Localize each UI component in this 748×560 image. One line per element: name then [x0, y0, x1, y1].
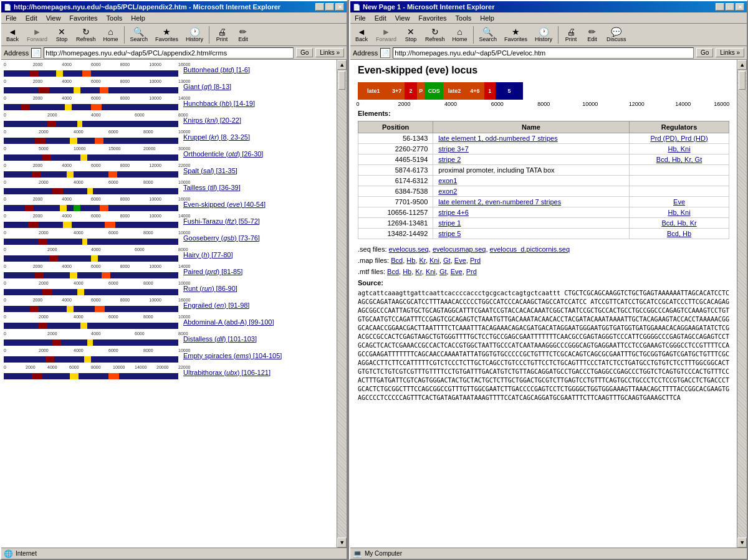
gene-link[interactable]: Runt (run) [86-90] [183, 285, 237, 292]
map-file-link[interactable]: Eve [454, 257, 466, 264]
regulator-link[interactable]: Eve [673, 198, 685, 206]
left-close-button[interactable]: ✕ [335, 3, 344, 11]
left-edit-button[interactable]: ✏ Edit [233, 26, 253, 44]
mtf-file-link[interactable]: Hb [403, 268, 411, 275]
left-forward-button[interactable]: ► Forward [24, 26, 50, 44]
left-go-button[interactable]: Go [296, 48, 313, 57]
seq-file-link[interactable]: evelocus.seq [389, 245, 429, 253]
right-refresh-button[interactable]: ↻ Refresh [422, 26, 448, 44]
gene-link[interactable]: Abdominal-A (abd-A) [99-100] [183, 318, 274, 326]
left-minimize-button[interactable]: _ [315, 3, 324, 11]
right-scroll-down-button[interactable]: ▼ [737, 538, 747, 548]
gene-link[interactable]: Tailless (tll) [36-39] [183, 184, 241, 191]
right-forward-button[interactable]: ► Forward [373, 26, 400, 44]
left-home-button[interactable]: ⌂ Home [100, 26, 122, 44]
regulator-link[interactable]: Bcd, Hb, Kr [661, 219, 696, 227]
gene-link[interactable]: Hunchback (hb) [14-19] [183, 100, 255, 107]
regulator-link[interactable]: Bcd, Hb, Kr, Gt [656, 156, 702, 163]
right-minimize-button[interactable]: _ [716, 3, 724, 11]
left-scroll-track[interactable] [337, 70, 347, 538]
left-search-button[interactable]: 🔍 Search [127, 26, 151, 44]
element-name-link[interactable]: late element 2, even-numbered 7 stripes [438, 198, 561, 206]
left-links-button[interactable]: Links » [315, 48, 344, 57]
element-name-link[interactable]: stripe 1 [438, 219, 461, 227]
right-back-button[interactable]: ◄ Back [352, 26, 372, 44]
regulator-link[interactable]: Hb, Kni [668, 209, 691, 216]
element-name-link[interactable]: stripe 5 [438, 230, 461, 237]
element-name-link[interactable]: stripe 2 [438, 156, 461, 163]
gene-link[interactable]: Spalt (sal) [31-35] [183, 167, 237, 174]
right-address-input[interactable] [393, 47, 694, 59]
left-menu-view[interactable]: View [44, 14, 63, 22]
right-menu-file[interactable]: File [353, 14, 368, 22]
regulator-link[interactable]: Hb, Kni [668, 145, 691, 153]
mtf-file-link[interactable]: Prd [466, 268, 477, 275]
right-print-button[interactable]: 🖨 Print [561, 26, 581, 44]
element-name-link[interactable]: exon2 [438, 187, 457, 195]
regulator-link[interactable]: Prd (PD), Prd (HD) [650, 135, 707, 142]
mtf-file-link[interactable]: Eve [451, 268, 463, 275]
gene-link[interactable]: Engrailed (en) [91-98] [183, 301, 249, 309]
gene-link[interactable]: Distalless (dll) [101-103] [183, 335, 257, 343]
right-discuss-button[interactable]: 💬 Discuss [603, 26, 630, 44]
map-file-link[interactable]: Bcd [391, 257, 403, 264]
regulator-link[interactable]: Bcd, Hb [667, 230, 691, 237]
right-menu-favorites[interactable]: Favorites [416, 14, 448, 22]
left-menu-tools[interactable]: Tools [105, 14, 125, 22]
mtf-file-link[interactable]: Bcd [387, 268, 399, 275]
right-go-button[interactable]: Go [696, 48, 713, 57]
map-file-link[interactable]: Hb [406, 257, 415, 264]
gene-link[interactable]: Ultrabithorax (ubx) [106-121] [183, 369, 271, 376]
map-file-link[interactable]: Kni [429, 257, 439, 264]
left-stop-button[interactable]: ✕ Stop [52, 26, 72, 44]
left-refresh-button[interactable]: ↻ Refresh [73, 26, 99, 44]
gene-link[interactable]: Knirps (kni) [20-22] [183, 116, 241, 124]
gene-link[interactable]: Gooseberry (gsb) [73-76] [183, 234, 260, 242]
right-search-button[interactable]: 🔍 Search [476, 26, 501, 44]
right-menu-help[interactable]: Help [478, 14, 496, 22]
left-scrollbar[interactable]: ▲ ▼ [337, 60, 347, 548]
element-name-link[interactable]: stripe 3+7 [438, 145, 469, 153]
right-history-button[interactable]: 🕐 History [532, 26, 555, 44]
right-links-button[interactable]: Links » [716, 48, 744, 57]
left-scroll-down-button[interactable]: ▼ [337, 538, 347, 548]
left-scroll-up-button[interactable]: ▲ [337, 60, 347, 70]
left-history-button[interactable]: 🕐 History [183, 26, 206, 44]
left-print-button[interactable]: 🖨 Print [212, 26, 232, 44]
element-name-link[interactable]: exon1 [438, 177, 457, 184]
left-menu-help[interactable]: Help [129, 14, 147, 22]
gene-link[interactable]: Fushi-Tarazu (ftz) [55-72] [183, 217, 260, 225]
left-favorites-button[interactable]: ★ Favorites [152, 26, 181, 44]
element-name-link[interactable]: late element 1, odd-numbered 7 stripes [438, 135, 557, 142]
left-back-button[interactable]: ◄ Back [2, 26, 22, 44]
right-menu-edit[interactable]: Edit [373, 14, 388, 22]
mtf-file-link[interactable]: Gt [439, 268, 447, 275]
right-menu-tools[interactable]: Tools [454, 14, 474, 22]
right-favorites-button[interactable]: ★ Favorites [501, 26, 530, 44]
right-maximize-button[interactable]: □ [726, 3, 734, 11]
mtf-file-link[interactable]: Kr [415, 268, 421, 275]
right-close-button[interactable]: ✕ [736, 3, 744, 11]
seq-file-link[interactable]: evelocus_d.picticornis.seq [490, 245, 570, 253]
left-menu-file[interactable]: File [4, 14, 19, 22]
right-stop-button[interactable]: ✕ Stop [401, 26, 421, 44]
left-scroll-thumb[interactable] [338, 71, 345, 90]
element-name-link[interactable]: stripe 4+6 [438, 209, 469, 216]
gene-link[interactable]: Giant (gt) [8-13] [183, 83, 231, 90]
gene-link[interactable]: Buttonhead (btd) [1-6] [183, 66, 250, 74]
left-menu-favorites[interactable]: Favorites [67, 14, 99, 22]
gene-link[interactable]: Empty spiracles (ems) [104-105] [183, 352, 282, 359]
map-file-link[interactable]: Gt [443, 257, 451, 264]
left-menu-edit[interactable]: Edit [24, 14, 39, 22]
right-menu-view[interactable]: View [393, 14, 412, 22]
right-edit-button[interactable]: ✏ Edit [582, 26, 602, 44]
right-scroll-up-button[interactable]: ▲ [737, 60, 747, 70]
right-scroll-thumb[interactable] [739, 71, 746, 90]
gene-link[interactable]: Paired (prd) [81-85] [183, 268, 242, 275]
right-scroll-track[interactable] [737, 70, 747, 538]
left-maximize-button[interactable]: □ [325, 3, 334, 11]
gene-link[interactable]: Even-skipped (eve) [40-54] [183, 201, 266, 208]
gene-link[interactable]: Kruppel (kr) [8, 23-25] [183, 133, 250, 141]
map-file-link[interactable]: Prd [470, 257, 481, 264]
seq-file-link[interactable]: evelocusmap.seq [433, 245, 486, 253]
